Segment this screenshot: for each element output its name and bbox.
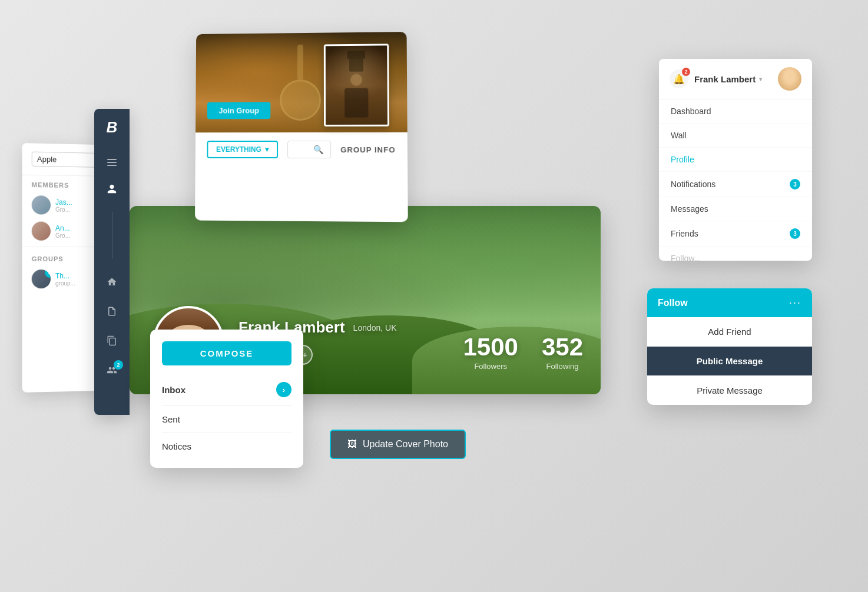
bell-badge: 2 <box>682 68 690 76</box>
update-cover-label: Update Cover Photo <box>363 439 448 450</box>
join-group-button[interactable]: Join Group <box>207 102 271 119</box>
update-cover-icon: 🖼 <box>347 439 357 450</box>
group-card-bottom: EVERYTHING ▾ 🔍 GROUP INFO <box>196 132 408 167</box>
profile-stats: 1500 Followers 352 Following <box>463 335 583 371</box>
inbox-label: Inbox <box>162 385 185 395</box>
member-sub-2: Gro... <box>55 232 70 238</box>
followers-count: 1500 <box>463 335 518 360</box>
hamburger-menu-icon[interactable] <box>107 159 117 166</box>
member-avatar-2 <box>32 221 51 240</box>
friends-badge: 3 <box>790 228 800 239</box>
copy-icon[interactable] <box>105 334 118 347</box>
banjo-neck-shape <box>297 45 303 80</box>
group-name-1: Th... <box>55 271 75 280</box>
group-badge-18: 18 <box>45 270 51 278</box>
people-badge: 2 <box>114 360 123 370</box>
dropdown-item-messages[interactable]: Messages <box>659 197 812 221</box>
sent-label: Sent <box>162 414 180 424</box>
following-label: Following <box>542 362 583 371</box>
dropdown-username-text: Frank Lambert <box>694 74 756 84</box>
dropdown-item-friends[interactable]: Friends 3 <box>659 221 812 247</box>
banjo-body-shape <box>280 79 321 121</box>
inbox-nav-item[interactable]: Inbox › <box>162 374 291 406</box>
search-area: 🔍 <box>287 141 331 158</box>
update-cover-photo-button[interactable]: 🖼 Update Cover Photo <box>330 430 466 459</box>
document-icon[interactable] <box>105 305 118 318</box>
hat-brim <box>347 51 365 59</box>
followers-label: Followers <box>463 362 518 371</box>
follow-button-label[interactable]: Follow <box>658 298 688 308</box>
profile-location: London, UK <box>353 323 397 332</box>
group-search-bar[interactable]: 🔍 <box>287 141 331 158</box>
group-card: Join Group EVERYTHING ▾ 🔍 GROUP INFO <box>195 32 408 222</box>
follow-panel: Follow ··· Add Friend Public Message Pri… <box>647 288 812 405</box>
profile-label: Profile <box>671 155 694 164</box>
member-sub-1: Gro... <box>55 206 72 212</box>
ham-line-3 <box>107 165 117 166</box>
notifications-badge: 3 <box>790 179 800 189</box>
dropdown-item-wall[interactable]: Wall <box>659 124 812 148</box>
group-thumb-inner <box>326 45 387 125</box>
notifications-label: Notifications <box>671 179 715 189</box>
chevron-down-icon: ▾ <box>265 145 269 154</box>
following-stat: 352 Following <box>542 335 583 371</box>
sent-nav-item[interactable]: Sent <box>162 406 291 433</box>
dashboard-label: Dashboard <box>671 107 711 116</box>
group-cover-image: Join Group <box>196 32 408 132</box>
follow-header: Follow ··· <box>647 288 812 317</box>
dropdown-item-follow-partial[interactable]: Follow... <box>659 247 812 261</box>
group-sub-1: group... <box>55 280 75 286</box>
app-logo: B <box>107 118 118 137</box>
inbox-arrow-icon: › <box>276 382 291 397</box>
dropdown-item-profile[interactable]: Profile <box>659 148 812 172</box>
dropdown-avatar-image <box>778 67 801 91</box>
public-message-action[interactable]: Public Message <box>647 347 812 376</box>
dark-sidebar-separator <box>112 212 112 259</box>
ham-line-1 <box>107 159 117 160</box>
dark-sidebar: B 2 <box>94 109 130 415</box>
face-shape <box>350 74 362 86</box>
messages-nav: Inbox › Sent Notices <box>150 365 303 468</box>
member-info-2: An... Gro... <box>55 224 70 238</box>
compose-button[interactable]: COMPOSE <box>162 341 291 365</box>
group-info-1: Th... group... <box>55 271 75 286</box>
following-count: 352 <box>542 335 583 360</box>
everything-filter-button[interactable]: EVERYTHING ▾ <box>207 141 277 158</box>
group-thumbnail <box>324 44 389 127</box>
member-info-1: Jas... Gro... <box>55 198 72 212</box>
dropdown-avatar <box>778 67 801 91</box>
group-info-label: GROUP INFO <box>340 145 395 154</box>
dropdown-item-dashboard[interactable]: Dashboard <box>659 99 812 124</box>
followers-stat: 1500 Followers <box>463 335 518 371</box>
add-friend-action[interactable]: Add Friend <box>647 317 812 347</box>
dropdown-caret-icon: ▾ <box>759 76 762 82</box>
messages-panel: COMPOSE Inbox › Sent Notices <box>150 330 303 468</box>
notices-nav-item[interactable]: Notices <box>162 433 291 460</box>
member-name-1: Jas... <box>55 198 72 206</box>
search-icon: 🔍 <box>313 145 323 154</box>
person-visual <box>326 45 387 118</box>
friends-label: Friends <box>671 229 698 238</box>
everything-label: EVERYTHING <box>216 145 261 154</box>
hat-top <box>349 59 363 72</box>
notices-label: Notices <box>162 441 191 451</box>
user-dropdown-menu: 🔔 2 Frank Lambert ▾ Dashboard Wall Profi… <box>659 59 812 261</box>
follow-dots-button[interactable]: ··· <box>789 297 801 309</box>
person-icon[interactable] <box>105 182 118 195</box>
wall-label: Wall <box>671 131 687 140</box>
group-avatar-1: 18 <box>32 270 51 288</box>
people-icon-wrapper[interactable]: 2 <box>105 364 118 377</box>
ham-line-2 <box>107 162 117 163</box>
body-shape <box>344 88 369 118</box>
home-icon[interactable] <box>105 275 118 288</box>
notification-bell-icon[interactable]: 🔔 2 <box>670 69 688 88</box>
dropdown-header: 🔔 2 Frank Lambert ▾ <box>659 59 812 99</box>
member-name-2: An... <box>55 224 70 232</box>
messages-label: Messages <box>671 204 708 214</box>
private-message-action[interactable]: Private Message <box>647 376 812 405</box>
dropdown-item-notifications[interactable]: Notifications 3 <box>659 172 812 197</box>
dropdown-username: Frank Lambert ▾ <box>694 74 772 84</box>
member-avatar-1 <box>32 195 51 215</box>
